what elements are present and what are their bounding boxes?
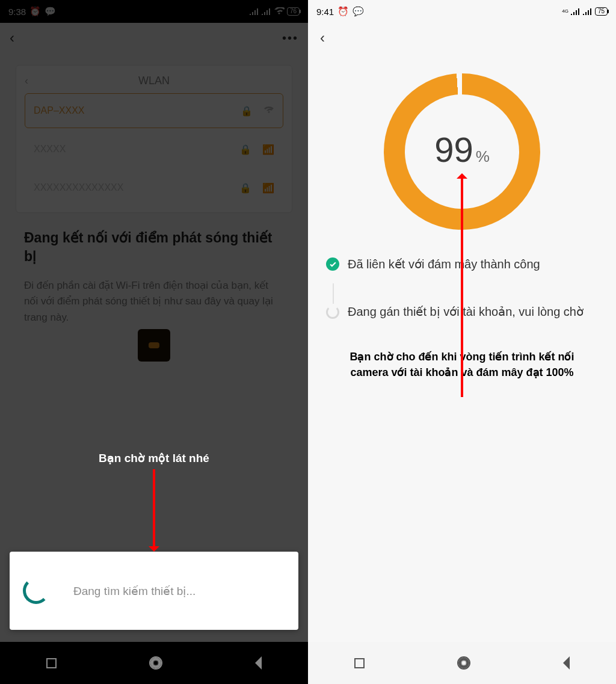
back-icon[interactable]: ‹ [320,29,325,46]
battery-indicator: 75 [595,7,608,16]
right-header: ‹ [308,23,616,53]
nav-home-icon[interactable] [457,656,470,670]
network-type: 4G [562,9,568,13]
phone-screen-right: 9:41 ⏰ 💬 4G 75 ‹ 99 % [308,0,616,684]
progress-value: 99 [434,129,473,170]
progress-percent-symbol: % [476,147,490,166]
signal-icon-2 [583,7,593,17]
android-navbar-left [0,642,308,684]
statusbar-right: 9:41 ⏰ 💬 4G 75 [308,0,616,23]
status-connector-line [333,283,334,304]
arrow-left [153,469,155,550]
nav-back-icon[interactable] [563,656,570,670]
status-connected-text: Đã liên kết với đám mây thành công [348,256,540,273]
nav-back-icon[interactable] [255,656,262,670]
status-time: 9:41 [316,7,334,17]
check-icon [326,257,339,271]
nav-home-icon[interactable] [149,656,162,670]
phone-screen-left: 9:38 ⏰ 💬 76 ‹ ••• ‹ WLAN [0,0,308,684]
nav-recent-icon[interactable] [46,658,57,668]
android-navbar-right [308,642,616,684]
spinner-icon [23,578,49,604]
status-assigning-text: Đang gán thiết bị với tài khoản, vui lòn… [348,304,584,320]
searching-text: Đang tìm kiếm thiết bị... [73,584,196,598]
alarm-icon: ⏰ [337,6,349,17]
searching-dialog: Đang tìm kiếm thiết bị... [10,552,298,630]
annotation-left: Bạn chờ một lát nhé [0,451,308,465]
arrow-right [461,174,463,397]
nav-recent-icon[interactable] [354,658,365,668]
spinner-icon [326,306,339,319]
signal-icon [571,7,581,17]
chat-icon: 💬 [353,6,364,17]
